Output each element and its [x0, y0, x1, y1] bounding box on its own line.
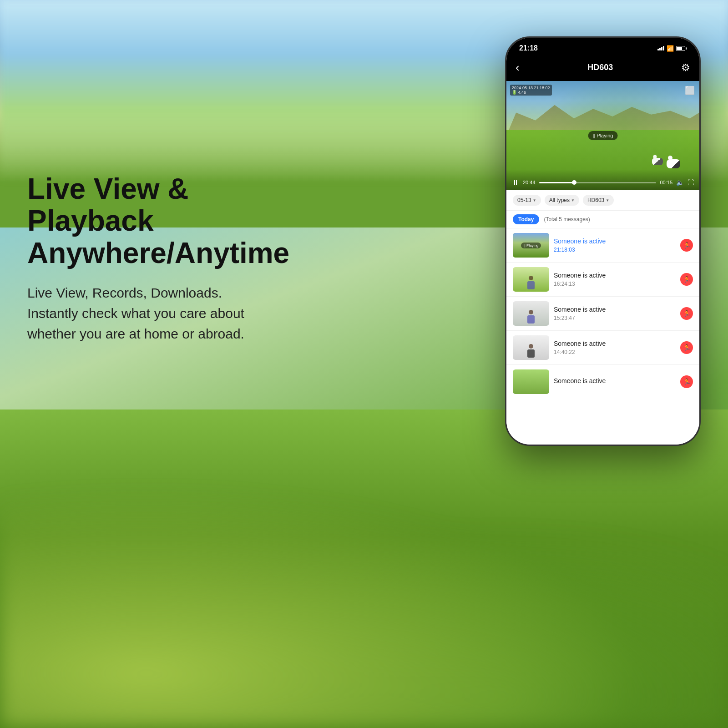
motion-icon-4: 🏃: [680, 341, 693, 354]
phone-screen: 21:18 ▶ 📶: [506, 38, 699, 445]
screenshot-icon[interactable]: ⬜: [685, 86, 695, 96]
event-item[interactable]: Someone is active 14:40:22 🏃: [506, 331, 699, 365]
person-body: [527, 349, 535, 358]
thumb-person-3: [526, 310, 536, 326]
battery-fill: [677, 47, 682, 50]
thumb-person-2: [526, 276, 536, 292]
bar-3: [661, 47, 662, 51]
event-thumbnail-3: [513, 301, 549, 326]
pause-button[interactable]: ⏸: [512, 178, 519, 187]
bg-blur-bottom: [0, 455, 728, 728]
event-info-4: Someone is active 14:40:22: [554, 340, 676, 355]
person-head: [529, 276, 533, 280]
event-info-5: Someone is active: [554, 377, 676, 386]
volume-icon[interactable]: 🔈: [676, 179, 684, 186]
bar-2: [659, 48, 661, 51]
video-controls: ⏸ 20:44 00:15 🔈 ⛶: [506, 169, 699, 190]
type-filter[interactable]: All types ▼: [545, 195, 579, 206]
event-item[interactable]: || Playing Someone is active 21:18:03 🏃: [506, 228, 699, 263]
playing-badge: || Playing: [588, 131, 618, 140]
subtext: Live View, Records, Downloads. Instantly…: [27, 283, 300, 344]
event-title-3: Someone is active: [554, 306, 676, 313]
person-head: [529, 310, 533, 314]
battery-body: [676, 46, 685, 51]
event-thumbnail-2: [513, 267, 549, 292]
battery-icon: [676, 46, 687, 51]
wifi-icon: 📶: [667, 45, 674, 52]
event-time-2: 16:24:13: [554, 281, 676, 287]
dynamic-island: [578, 43, 628, 57]
progress-fill: [539, 182, 574, 183]
event-title-2: Someone is active: [554, 272, 676, 279]
event-title-4: Someone is active: [554, 340, 676, 347]
type-filter-arrow: ▼: [571, 198, 575, 202]
event-time-1: 21:18:03: [554, 247, 676, 253]
event-item[interactable]: Someone is active 16:24:13 🏃: [506, 263, 699, 297]
thumb-person-4: [526, 344, 536, 360]
status-icons: 📶: [657, 45, 687, 52]
event-title-5: Someone is active: [554, 377, 676, 384]
time-current: 20:44: [523, 180, 536, 185]
event-thumbnail-5: [513, 369, 549, 394]
event-info-2: Someone is active 16:24:13: [554, 272, 676, 287]
signal-bars-icon: [657, 46, 664, 51]
progress-bar[interactable]: [539, 182, 657, 183]
event-info-1: Someone is active 21:18:03: [554, 238, 676, 253]
motion-icon-1: 🏃: [680, 239, 693, 252]
event-info-3: Someone is active 15:23:47: [554, 306, 676, 321]
motion-icon-2: 🏃: [680, 273, 693, 286]
events-list: || Playing Someone is active 21:18:03 🏃: [506, 228, 699, 445]
person-body: [527, 281, 535, 289]
phone-body: 21:18 ▶ 📶: [505, 36, 701, 446]
phone-device: 21:18 ▶ 📶: [505, 36, 701, 446]
motion-icon-5: 🏃: [680, 375, 693, 388]
event-time-3: 15:23:47: [554, 315, 676, 321]
time-total: 00:15: [660, 180, 672, 185]
motion-icon-3: 🏃: [680, 307, 693, 320]
playing-text: || Playing: [521, 243, 541, 248]
event-item[interactable]: Someone is active 15:23:47 🏃: [506, 297, 699, 331]
camera-filter-arrow: ▼: [606, 198, 609, 202]
back-button[interactable]: ‹: [516, 61, 520, 75]
event-thumbnail-4: [513, 335, 549, 360]
thumb-family-scene: [513, 369, 549, 394]
today-bar: Today (Total 5 messages): [506, 211, 699, 228]
filters-bar: 05-13 ▼ All types ▼ HD603 ▼: [506, 190, 699, 211]
status-time: 21:18: [519, 44, 538, 52]
camera-filter[interactable]: HD603 ▼: [583, 195, 614, 206]
event-thumbnail-1: || Playing: [513, 233, 549, 258]
left-content: Live View & Playback Anywhere/Anytime Li…: [27, 173, 300, 344]
app-header: ‹ HD603 ⚙: [506, 56, 699, 81]
app-content: 05-13 ▼ All types ▼ HD603 ▼ Today: [506, 190, 699, 445]
today-badge: Today: [513, 214, 539, 224]
header-title: HD603: [587, 63, 613, 72]
bar-4: [663, 46, 664, 51]
event-item[interactable]: Someone is active 🏃: [506, 365, 699, 399]
event-time-4: 14:40:22: [554, 349, 676, 355]
progress-dot: [572, 180, 576, 185]
fullscreen-icon[interactable]: ⛶: [688, 179, 694, 186]
video-player[interactable]: 2024-05-13 21:18:02 🔋 4.46 ⬜ || Playing …: [506, 81, 699, 190]
battery-tip: [686, 47, 687, 50]
settings-button[interactable]: ⚙: [681, 62, 690, 74]
person-body: [527, 315, 535, 324]
thumb-playing-indicator: || Playing: [513, 233, 549, 258]
video-timestamp: 2024-05-13 21:18:02 🔋 4.46: [510, 85, 552, 96]
total-messages: (Total 5 messages): [544, 216, 590, 222]
person-head: [529, 344, 533, 349]
date-filter[interactable]: 05-13 ▼: [513, 195, 541, 206]
event-title-1: Someone is active: [554, 238, 676, 245]
date-filter-arrow: ▼: [533, 198, 536, 202]
bar-1: [657, 49, 659, 51]
headline: Live View & Playback Anywhere/Anytime: [27, 173, 300, 269]
